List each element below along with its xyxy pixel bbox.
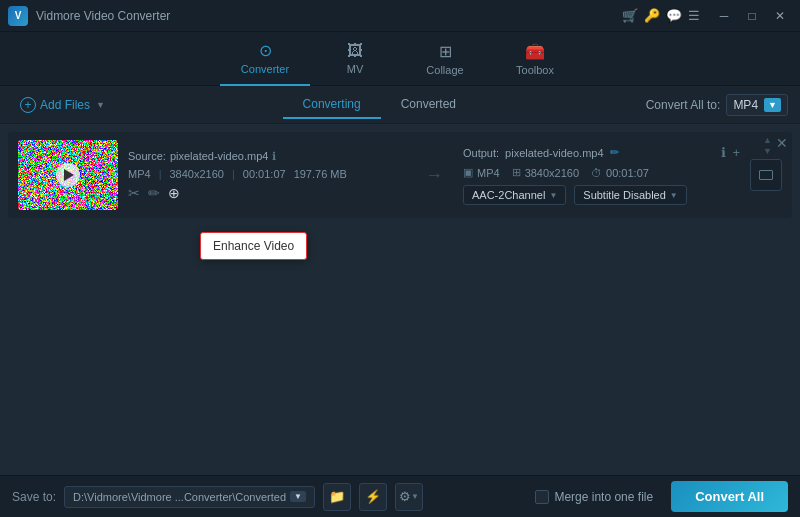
output-filename: pixelated-video.mp4: [505, 147, 603, 159]
video-info: Source: pixelated-video.mp4 ℹ MP4 | 3840…: [128, 150, 405, 201]
item-scroll: ▲ ▼: [763, 136, 772, 156]
collage-icon: ⊞: [439, 42, 452, 61]
edit-output-icon[interactable]: ✏: [610, 146, 619, 159]
subtitle-select[interactable]: Subtitle Disabled ▼: [574, 185, 686, 205]
converted-tab[interactable]: Converted: [381, 91, 476, 119]
merge-checkbox[interactable]: [535, 490, 549, 504]
plus-icon: +: [20, 97, 36, 113]
source-line: Source: pixelated-video.mp4 ℹ: [128, 150, 405, 163]
app-title: Vidmore Video Converter: [36, 9, 170, 23]
meta-format: MP4: [128, 168, 151, 180]
folder-icon: 📁: [329, 489, 345, 504]
mv-tab-label: MV: [347, 63, 364, 75]
resolution-icon: ⊞: [512, 166, 521, 179]
converter-tab-label: Converter: [241, 63, 289, 75]
collage-tab-label: Collage: [426, 64, 463, 76]
merge-label: Merge into one file: [554, 490, 653, 504]
source-filename: pixelated-video.mp4: [170, 150, 268, 162]
settings-button-2[interactable]: ⚙ ▼: [395, 483, 423, 511]
title-bar-icons: 🛒 🔑 💬 ☰: [622, 8, 700, 23]
menu-icon[interactable]: ☰: [688, 8, 700, 23]
settings-dropdown-arrow: ▼: [411, 492, 419, 501]
convert-all-to: Convert All to: MP4 ▼: [646, 94, 788, 116]
output-section: Output: pixelated-video.mp4 ✏ ℹ + ▣ MP4 …: [463, 145, 740, 205]
converting-tab[interactable]: Converting: [283, 91, 381, 119]
tab-toolbox[interactable]: 🧰 Toolbox: [490, 32, 580, 86]
format-select[interactable]: MP4 ▼: [726, 94, 788, 116]
format-icon: ▣: [463, 166, 473, 179]
scroll-up-arrow[interactable]: ▲: [763, 136, 772, 145]
scroll-down-arrow[interactable]: ▼: [763, 147, 772, 156]
audio-codec-value: AAC-2Channel: [472, 189, 545, 201]
edit-icon[interactable]: ✏: [148, 185, 160, 201]
cut-icon[interactable]: ✂: [128, 185, 140, 201]
tab-converter[interactable]: ⊙ Converter: [220, 32, 310, 86]
enhance-video-tooltip: Enhance Video: [200, 232, 307, 260]
add-files-button[interactable]: + Add Files ▼: [12, 93, 113, 117]
thumb-box: [759, 170, 773, 180]
minimize-button[interactable]: ─: [712, 6, 736, 26]
video-thumbnail: [18, 140, 118, 210]
save-path-select[interactable]: D:\Vidmore\Vidmore ...Converter\Converte…: [64, 486, 315, 508]
output-resolution: 3840x2160: [525, 167, 579, 179]
add-output-icon[interactable]: +: [732, 145, 740, 160]
convert-all-button[interactable]: Convert All: [671, 481, 788, 512]
audio-codec-select[interactable]: AAC-2Channel ▼: [463, 185, 566, 205]
output-duration: 00:01:07: [606, 167, 649, 179]
merge-checkbox-group: Merge into one file: [535, 490, 653, 504]
mv-icon: 🖼: [347, 42, 363, 60]
output-meta: ▣ MP4 ⊞ 3840x2160 ⏱ 00:01:07: [463, 166, 740, 179]
settings-icon-1: ⚡: [365, 489, 381, 504]
main-content: Source: pixelated-video.mp4 ℹ MP4 | 3840…: [0, 124, 800, 475]
path-dropdown-arrow: ▼: [290, 491, 306, 502]
subtitle-arrow: ▼: [670, 191, 678, 200]
bottom-bar: Save to: D:\Vidmore\Vidmore ...Converter…: [0, 475, 800, 517]
play-overlay[interactable]: [56, 163, 80, 187]
close-button[interactable]: ✕: [768, 6, 792, 26]
arrow-section: →: [415, 165, 453, 186]
output-duration-item: ⏱ 00:01:07: [591, 167, 649, 179]
info-output-icon[interactable]: ℹ: [721, 145, 726, 160]
meta-resolution: 3840x2160: [169, 168, 223, 180]
nav-bar: ⊙ Converter 🖼 MV ⊞ Collage 🧰 Toolbox: [0, 32, 800, 86]
tab-mv[interactable]: 🖼 MV: [310, 32, 400, 86]
output-resolution-item: ⊞ 3840x2160: [512, 166, 579, 179]
output-format: MP4: [477, 167, 500, 179]
add-files-label: Add Files: [40, 98, 90, 112]
output-format-item: ▣ MP4: [463, 166, 500, 179]
converter-icon: ⊙: [259, 41, 272, 60]
convert-tab-group: Converting Converted: [283, 91, 476, 119]
format-value: MP4: [733, 98, 758, 112]
toolbar: + Add Files ▼ Converting Converted Conve…: [0, 86, 800, 124]
save-to-label: Save to:: [12, 490, 56, 504]
toolbox-icon: 🧰: [525, 42, 545, 61]
meta-duration: 00:01:07: [243, 168, 286, 180]
codec-arrow: ▼: [549, 191, 557, 200]
add-files-dropdown-arrow[interactable]: ▼: [96, 100, 105, 110]
maximize-button[interactable]: □: [740, 6, 764, 26]
video-meta: MP4 | 3840x2160 | 00:01:07 197.76 MB: [128, 168, 405, 180]
info-icon[interactable]: ℹ: [272, 150, 276, 163]
settings-icon-2: ⚙: [399, 489, 411, 504]
thumbnail-settings-icon[interactable]: [750, 159, 782, 191]
arrow-icon: →: [425, 165, 443, 186]
meta-size: 197.76 MB: [294, 168, 347, 180]
key-icon[interactable]: 🔑: [644, 8, 660, 23]
output-label: Output:: [463, 147, 499, 159]
convert-all-to-label: Convert All to:: [646, 98, 721, 112]
chat-icon[interactable]: 💬: [666, 8, 682, 23]
output-settings: AAC-2Channel ▼ Subtitle Disabled ▼: [463, 185, 740, 205]
enhance-icon[interactable]: ⊕: [168, 185, 180, 201]
app-logo: V: [8, 6, 28, 26]
tab-collage[interactable]: ⊞ Collage: [400, 32, 490, 86]
format-dropdown-arrow: ▼: [764, 98, 781, 112]
settings-button-1[interactable]: ⚡: [359, 483, 387, 511]
item-close-button[interactable]: ✕: [776, 136, 788, 150]
cart-icon[interactable]: 🛒: [622, 8, 638, 23]
clock-icon: ⏱: [591, 167, 602, 179]
toolbox-tab-label: Toolbox: [516, 64, 554, 76]
title-bar: V Vidmore Video Converter 🛒 🔑 💬 ☰ ─ □ ✕: [0, 0, 800, 32]
subtitle-value: Subtitle Disabled: [583, 189, 666, 201]
open-folder-button[interactable]: 📁: [323, 483, 351, 511]
title-bar-controls: ─ □ ✕: [712, 6, 792, 26]
